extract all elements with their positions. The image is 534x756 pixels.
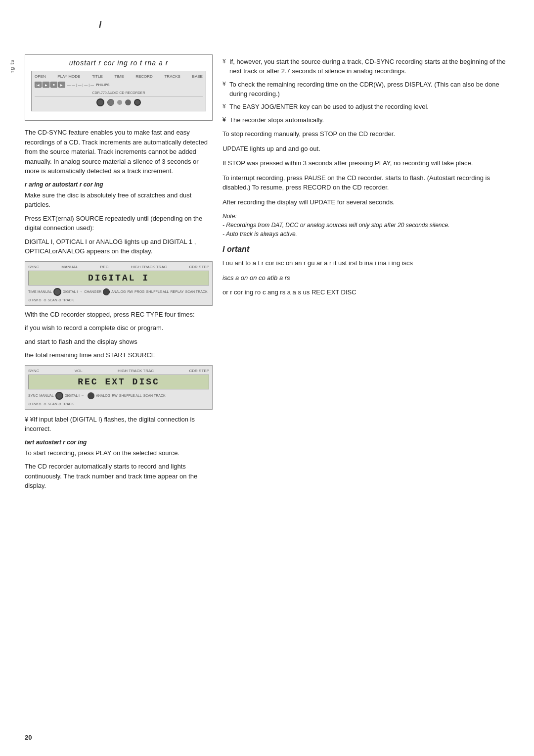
vertical-label: ng ts: [9, 59, 15, 74]
rec-type-body: With the CD recorder stopped, press REC …: [25, 310, 213, 360]
rd-sync: SYNC: [28, 369, 39, 373]
disc-compat-text: iscs a on on co atib a rs: [222, 273, 509, 283]
bullet-item-3: The EASY JOG/ENTER key can be used to ad…: [222, 102, 509, 112]
rd-rw2: ⊙ RW ⊙: [28, 402, 42, 406]
rd-scan2: SCAN TRACK: [143, 394, 166, 397]
cd-label: CDR-770 AUDIO CD RECORDER: [35, 91, 203, 95]
bullet-item-1: If, however, you start the source during…: [222, 57, 509, 76]
btn-next[interactable]: ▶|: [58, 82, 65, 88]
rd-rw: RW: [112, 394, 118, 397]
lbl-record: RECORD: [135, 74, 153, 79]
digital-i-device: SYNC MANUAL REC HIGH TRACK TRAC CDR STEP…: [25, 261, 213, 306]
rec-ext-disc-device: SYNC VOL HIGH TRACK TRAC CDR STEP REC EX…: [25, 365, 213, 410]
rd-manual: MANUAL: [39, 394, 53, 397]
start-recording-body: To start recording, press PLAY on the se…: [25, 448, 213, 491]
digital-device-top: SYNC MANUAL REC HIGH TRACK TRAC CDR STEP: [28, 265, 209, 269]
right-bullet-list: If, however, you start the source during…: [222, 57, 509, 125]
rec-changer-btn: [88, 392, 94, 399]
btn-prev[interactable]: |◀: [35, 82, 42, 88]
stop-manual-text: To stop recording manually, press STOP o…: [222, 129, 509, 139]
device-top-labels: OPEN PLAY MODE TITLE TIME RECORD TRACKS …: [35, 74, 203, 79]
btn-round-1: [117, 100, 122, 105]
lbl-title: TITLE: [92, 74, 103, 79]
note-label: Note:: [222, 212, 509, 221]
dl-replay: REPLAY: [170, 290, 183, 293]
rd-shuffle: SHUFFLE ALL: [119, 394, 142, 397]
bullet-item-2: To check the remaining recording time on…: [222, 80, 509, 99]
autostart-section-box: utostart r cor ing ro t rna a r OPEN PLA…: [25, 54, 213, 121]
important-title: l ortant: [222, 243, 509, 255]
prep-p3: DIGITAL I, OPTICAL I or ANALOG lights up…: [25, 237, 213, 256]
important-section: l ortant l ou ant to a t r cor isc on an…: [222, 243, 509, 268]
dl-sync: SYNC: [28, 265, 39, 269]
interrupt-text: To interrupt recording, press PAUSE on t…: [222, 173, 509, 192]
dl-prog: PROG: [134, 290, 145, 293]
update-text: UPDATE lights up and and go out.: [222, 145, 320, 152]
digital-knob: [53, 288, 61, 296]
digital-lcd: DIGITAL I: [28, 271, 209, 285]
display-segments: — — | — | — | —: [67, 83, 94, 87]
btn-play[interactable]: ▶: [43, 82, 49, 88]
right-column: If, however, you start the source during…: [222, 54, 509, 496]
main-layout: utostart r cor ing ro t rna a r OPEN PLA…: [25, 54, 509, 496]
dl-digital-i: DIGITAL I: [63, 290, 78, 293]
page-top-title: l: [99, 20, 101, 30]
rec-type-p1: With the CD recorder stopped, press REC …: [25, 310, 213, 320]
page-container: ng ts l utostart r cor ing ro t rna a r …: [0, 0, 534, 756]
note-section: Note: - Recordings from DAT, DCC or anal…: [222, 212, 509, 238]
rd-step: CDR STEP: [189, 369, 209, 373]
rd-vol: VOL: [75, 369, 83, 373]
knob-left: [96, 98, 104, 106]
after-recording: After recording the display will UPDATE …: [222, 198, 395, 206]
rec-type-p3: and start to flash and the display shows: [25, 337, 213, 347]
prep-p1: Make sure the disc is absolutely free of…: [25, 190, 213, 210]
start-p2: The CD recorder automatically starts to …: [25, 462, 213, 491]
rd-arrow: ←: [81, 394, 85, 397]
lbl-open: OPEN: [35, 74, 46, 79]
rd-sync-lbl: SYNC: [28, 394, 38, 397]
lbl-playmode: PLAY MODE: [57, 74, 80, 79]
logo-label: PHILIPS: [96, 83, 109, 87]
lbl-time: TIME: [114, 74, 124, 79]
rec-type-p2: if you wish to record a complete disc or…: [25, 323, 213, 333]
dl-shuffle: SHUFFLE ALL: [146, 290, 169, 293]
stop-note-text: If STOP was pressed within 3 seconds aft…: [222, 158, 509, 168]
stop-note: If STOP was pressed within 3 seconds aft…: [222, 159, 473, 167]
rd-digital: DIGITAL I: [65, 394, 80, 397]
lbl-base: BASE: [192, 74, 203, 79]
dl-high: HIGH TRACK TRAC: [131, 265, 167, 269]
correction-text: or r cor ing ro c ang rs a a s us REC EX…: [222, 287, 509, 297]
intro-p1: The CD-SYNC feature enables you to make …: [25, 128, 213, 176]
start-p1: To start recording, press PLAY on the se…: [25, 448, 213, 458]
important-text-1: l ou ant to a t r cor isc on an r gu ar …: [222, 258, 509, 268]
digital-input-note: ¥ ¥If input label (DIGITAL I) flashes, t…: [25, 415, 213, 434]
dl-rec: REC: [100, 265, 109, 269]
start-recording-title: tart autostart r cor ing: [25, 439, 213, 446]
rec-device-top: SYNC VOL HIGH TRACK TRAC CDR STEP: [28, 369, 209, 373]
dl-cdr: CDR STEP: [189, 265, 209, 269]
dl-scan: SCAN TRACK: [185, 290, 208, 293]
preparing-title: r aring or autostart r cor ing: [25, 181, 213, 188]
note-2: - Auto track is always active.: [222, 230, 509, 238]
prep-p2: Press EXT(ernal) SOURCE repeatedly until…: [25, 214, 213, 233]
btn-stop[interactable]: ■: [50, 82, 57, 88]
page-number: 20: [25, 734, 32, 741]
knob-mid: [107, 99, 114, 106]
lbl-tracks: TRACKS: [164, 74, 180, 79]
top-device-diagram: OPEN PLAY MODE TITLE TIME RECORD TRACKS …: [31, 71, 206, 111]
bullet-item-4: The recorder stops automatically.: [222, 116, 509, 125]
intro-text: The CD-SYNC feature enables you to make …: [25, 128, 213, 176]
preparing-body: Make sure the disc is absolutely free of…: [25, 190, 213, 256]
digital-input-p: ¥ ¥If input label (DIGITAL I) flashes, t…: [25, 415, 213, 434]
dl-rw: RW: [127, 290, 133, 293]
note-1: - Recordings from DAT, DCC or analog sou…: [222, 221, 509, 230]
left-column: utostart r cor ing ro t rna a r OPEN PLA…: [25, 54, 213, 496]
btn-round-2: [125, 99, 131, 105]
disc-compat-line1: iscs a on on co atib a rs: [222, 273, 509, 283]
rec-knob: [55, 392, 63, 400]
rd-analog: ANALOG: [96, 394, 110, 397]
dl-time-manual: TIME MANUAL: [28, 290, 52, 293]
update-line: UPDATE lights up and and go out.: [222, 144, 509, 154]
dl-scan-track: ⊙ SCAN ⊙ TRACK: [44, 298, 74, 302]
dl-arrow: →: [79, 290, 83, 293]
